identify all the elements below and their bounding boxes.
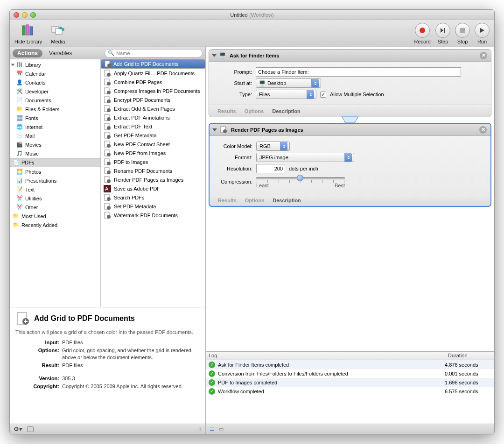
type-select[interactable]: Files: [256, 90, 316, 99]
view-toggle-1[interactable]: [27, 426, 34, 432]
description-tab[interactable]: Description: [273, 198, 301, 203]
pdf-action-icon: [104, 105, 111, 113]
gear-menu[interactable]: ⚙︎▾: [14, 426, 22, 433]
stop-button[interactable]: Stop: [455, 23, 470, 44]
pdf-action-icon: A: [104, 185, 111, 192]
tree-item-documents[interactable]: 📄Documents: [10, 96, 100, 105]
action-item[interactable]: Encrypt PDF Documents: [101, 95, 205, 104]
log-row[interactable]: ✓PDF to Images completed1.698 seconds: [206, 378, 494, 387]
allow-multiple-checkbox[interactable]: ✓: [320, 92, 326, 98]
action-item[interactable]: Add Grid to PDF Documents: [101, 59, 205, 69]
compression-slider[interactable]: LeastBest: [256, 175, 345, 188]
info-title: Add Grid to PDF Documents: [34, 314, 135, 323]
tree-item-presentations[interactable]: 📊Presentations: [10, 176, 100, 185]
tree-item-pdfs[interactable]: 📄PDFs: [10, 158, 100, 167]
media-button[interactable]: Media: [50, 23, 65, 44]
action-item[interactable]: Get PDF Metadata: [101, 131, 205, 140]
svg-point-40: [107, 179, 111, 183]
svg-point-32: [107, 144, 111, 148]
tree-library[interactable]: Library: [10, 60, 100, 69]
action-item[interactable]: Render PDF Pages as Images: [101, 175, 205, 184]
drag-handle-icon[interactable]: ⦀: [199, 426, 202, 432]
tree-item-calendar[interactable]: 📅Calendar: [10, 69, 100, 78]
tree-item-text[interactable]: 📝Text: [10, 185, 100, 194]
svg-point-14: [107, 64, 111, 67]
action-item[interactable]: ASave as Adobe PDF: [101, 184, 205, 193]
action-item[interactable]: Watermark PDF Documents: [101, 211, 205, 220]
tree-item-contacts[interactable]: 👤Contacts: [10, 78, 100, 87]
pdf-action-icon: [104, 132, 111, 139]
tab-variables[interactable]: Variables: [44, 49, 77, 57]
tree-item-utilities[interactable]: ✂️Utilities: [10, 194, 100, 203]
workflow-area[interactable]: 🖥️ Ask for Finder Items ✕ Prompt: Start …: [206, 47, 494, 351]
category-icon: 📁: [16, 106, 23, 112]
actions-list[interactable]: Add Grid to PDF DocumentsApply Quartz Fi…: [101, 59, 205, 307]
options-tab[interactable]: Options: [245, 108, 264, 114]
format-select[interactable]: JPEG image: [256, 153, 354, 162]
library-icon: [21, 23, 36, 38]
remove-step-button[interactable]: ✕: [479, 126, 487, 134]
log-header[interactable]: Log: [206, 352, 445, 360]
tree-recently-added[interactable]: 📁 Recently Added: [10, 220, 100, 229]
log-row[interactable]: ✓Conversion from Files/Folders to Files/…: [206, 369, 494, 378]
pdf-action-icon: [104, 70, 111, 77]
category-icon: 📝: [16, 186, 23, 192]
search-input[interactable]: [116, 50, 199, 56]
doc-type: (Workflow): [249, 12, 273, 18]
options-tab[interactable]: Options: [245, 198, 265, 203]
titlebar[interactable]: Untitled (Workflow): [10, 10, 494, 20]
log-row[interactable]: ✓Ask for Finder Items completed4.876 sec…: [206, 360, 494, 369]
action-item[interactable]: New PDF from Images: [101, 149, 205, 157]
log-row[interactable]: ✓Workflow completed6.575 seconds: [206, 387, 494, 396]
record-button[interactable]: Record: [414, 23, 431, 44]
tree-item-developer[interactable]: 🛠️Developer: [10, 87, 100, 96]
search-field[interactable]: 🔍: [105, 49, 203, 57]
disclosure-icon[interactable]: [212, 128, 217, 131]
step-ask-finder[interactable]: 🖥️ Ask for Finder Items ✕ Prompt: Start …: [209, 49, 491, 117]
pdf-action-icon: [104, 158, 111, 166]
action-item[interactable]: PDF to Images: [101, 157, 205, 166]
disclosure-icon[interactable]: [212, 54, 217, 57]
startat-select[interactable]: 🖥️ Desktop: [256, 78, 321, 88]
info-description: This action will place a grid of a chose…: [15, 329, 200, 335]
run-button[interactable]: Run: [475, 23, 490, 44]
tree-item-mail[interactable]: ✉️Mail: [10, 131, 100, 140]
tab-actions[interactable]: Actions: [13, 49, 42, 57]
list-view-icon[interactable]: ☰: [210, 426, 214, 432]
action-item[interactable]: Combine PDF Pages: [101, 78, 205, 86]
action-item[interactable]: Extract PDF Text: [101, 122, 205, 131]
tree-item-photos[interactable]: 🌅Photos: [10, 167, 100, 176]
tree-item-internet[interactable]: 🌐Internet: [10, 122, 100, 131]
duration-header[interactable]: Duration: [445, 352, 494, 360]
step-button[interactable]: Step: [435, 23, 450, 44]
action-item[interactable]: Compress Images in PDF Documents: [101, 86, 205, 95]
prompt-input[interactable]: [256, 67, 461, 77]
action-item[interactable]: New PDF Contact Sheet: [101, 140, 205, 149]
tree-item-fonts[interactable]: 🔤Fonts: [10, 114, 100, 122]
flow-view-icon[interactable]: ▭: [219, 426, 224, 432]
tree-item-music[interactable]: 🎵Music: [10, 149, 100, 158]
tree-item-other[interactable]: ✂️Other: [10, 203, 100, 212]
resolution-input[interactable]: [256, 164, 285, 173]
svg-point-54: [223, 129, 227, 133]
results-tab[interactable]: Results: [218, 198, 237, 203]
tree-item-files-folders[interactable]: 📁Files & Folders: [10, 105, 100, 114]
action-item[interactable]: Extract Odd & Even Pages: [101, 104, 205, 113]
tree-item-movies[interactable]: 🎬Movies: [10, 140, 100, 149]
toolbar: Hide Library Media Record Step Stop: [10, 20, 494, 47]
action-item[interactable]: Apply Quartz Fil… PDF Documents: [101, 69, 205, 78]
action-item[interactable]: Set PDF Metadata: [101, 202, 205, 211]
category-tree[interactable]: Library 📅Calendar👤Contacts🛠️Developer📄Do…: [10, 59, 101, 307]
results-tab[interactable]: Results: [217, 108, 236, 114]
action-item[interactable]: Rename PDF Documents: [101, 166, 205, 175]
description-tab[interactable]: Description: [272, 108, 301, 114]
step-render-pdf[interactable]: Render PDF Pages as Images ✕ Color Model…: [209, 123, 491, 207]
remove-step-button[interactable]: ✕: [480, 52, 487, 59]
category-icon: 👤: [16, 79, 23, 85]
colormodel-select[interactable]: RGB: [256, 142, 290, 151]
action-item[interactable]: Extract PDF Annotations: [101, 113, 205, 122]
tree-most-used[interactable]: 📁 Most Used: [10, 212, 100, 220]
pdf-action-icon: [104, 149, 111, 157]
action-item[interactable]: Search PDFs: [101, 193, 205, 202]
hide-library-button[interactable]: Hide Library: [14, 23, 42, 44]
